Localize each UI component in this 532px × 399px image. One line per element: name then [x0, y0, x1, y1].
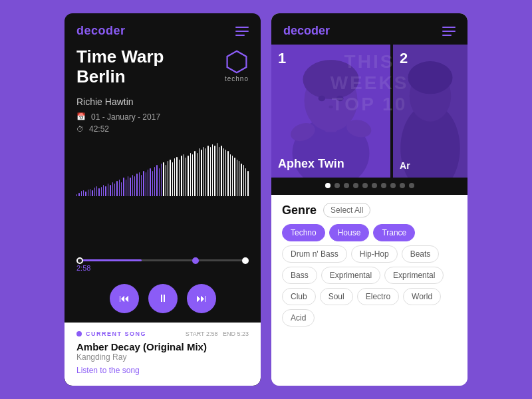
waveform-bar [143, 171, 144, 196]
waveform-bar [139, 172, 140, 196]
waveform-bar [194, 151, 195, 196]
dot-9[interactable] [400, 183, 405, 188]
waveform-bar [114, 184, 115, 196]
waveform-bar [96, 186, 97, 196]
cs-link[interactable]: Listen to the song [76, 366, 249, 375]
genre-tag-2[interactable]: Trance [373, 224, 415, 241]
waveform-bar [172, 162, 173, 196]
genre-tag-13[interactable]: Acid [282, 309, 315, 327]
waveform-bar [174, 158, 175, 196]
waveform-bar [88, 190, 88, 196]
waveform-bar [234, 158, 235, 196]
genre-tag-10[interactable]: Soul [320, 288, 353, 305]
artist-card-1[interactable]: 1 Aphex Twin [271, 45, 390, 178]
waveform-bar [201, 150, 201, 196]
waveform-bar [170, 160, 170, 196]
forward-button[interactable]: ⏭ [187, 284, 216, 313]
track-info: Time Warp Berlin techno [65, 45, 261, 94]
waveform-bar [98, 188, 99, 196]
progress-track[interactable] [76, 259, 249, 261]
waveform-bar [78, 193, 79, 196]
dot-4[interactable] [353, 183, 358, 188]
waveform-bar [223, 148, 224, 196]
clock-icon: ⏱ [76, 125, 84, 133]
select-all-button[interactable]: Select All [323, 203, 370, 217]
waveform-bar [214, 146, 215, 196]
cs-times: START 2:58 END 5:23 [186, 331, 249, 337]
progress-area[interactable]: 2:58 [65, 254, 261, 277]
waveform-bar [203, 147, 204, 196]
pause-button[interactable]: ⏸ [148, 284, 178, 313]
end-dot [242, 257, 249, 264]
genre-tag-11[interactable]: Electro [357, 288, 399, 305]
waveform-bar [176, 157, 177, 196]
top10-section: THIS WEEKS TOP 10 [271, 45, 467, 178]
genre-tag-3[interactable]: Drum n' Bass [282, 245, 347, 263]
dot-10[interactable] [409, 183, 414, 188]
waveform-bar [94, 188, 95, 196]
dot-8[interactable] [390, 183, 396, 188]
dot-1[interactable] [325, 183, 331, 188]
waveform-bar [188, 156, 188, 196]
genre-tag-6[interactable]: Bass [282, 267, 317, 284]
cs-label: CURRENT SONG [86, 331, 146, 337]
cs-artist: Kangding Ray [76, 352, 249, 362]
playback-controls: ⏮ ⏸ ⏭ [65, 277, 261, 323]
rank-1: 1 [278, 50, 286, 67]
artist-cards: 1 Aphex Twin 2 Ar [271, 45, 467, 178]
waveform-bar [112, 182, 113, 196]
waveform-bar [166, 165, 166, 196]
cs-header: CURRENT SONG START 2:58 END 5:23 [76, 331, 249, 337]
waveform-bar [212, 144, 213, 196]
waveform-bar [148, 170, 148, 196]
waveform-bar [181, 156, 182, 196]
artist-card-2[interactable]: 2 Ar [393, 45, 467, 178]
waveform-bar [136, 174, 137, 196]
waveform-bar [134, 176, 135, 196]
dot-5[interactable] [362, 183, 368, 188]
waveform-bar [227, 151, 228, 196]
rewind-button[interactable]: ⏮ [110, 284, 139, 313]
waveform-bar [116, 181, 117, 196]
waveform-bar [152, 171, 153, 196]
genre-tag-12[interactable]: World [403, 288, 441, 305]
duration-label: 42:52 [89, 124, 109, 134]
genre-tag-4[interactable]: Hip-Hop [351, 245, 398, 263]
waveform-bar [146, 172, 146, 196]
genre-tag-5[interactable]: Beats [402, 245, 440, 263]
waveform-bar [90, 189, 90, 196]
dot-2[interactable] [334, 183, 340, 188]
progress-dots [76, 257, 249, 264]
genre-tag-8[interactable]: Exprimental [384, 267, 444, 284]
genre-tags: TechnoHouseTranceDrum n' BassHip-HopBeat… [282, 224, 457, 327]
waveform-bar [154, 167, 155, 196]
cs-dot [76, 331, 82, 336]
right-header: decoder [271, 13, 467, 45]
waveform-bar [217, 143, 217, 196]
cs-song-title: Amber Decay (Original Mix) [76, 341, 249, 352]
waveform-bar [128, 176, 128, 196]
dot-3[interactable] [344, 183, 349, 188]
start-dot [76, 257, 83, 264]
dot-7[interactable] [381, 183, 386, 188]
waveform-bar [108, 184, 108, 196]
waveform-bar [159, 168, 160, 196]
waveform-bar [168, 161, 168, 196]
artist-name: Richie Hawtin [65, 94, 261, 112]
genre-tag-0[interactable]: Techno [282, 224, 325, 241]
waveform-bar [163, 162, 164, 196]
right-menu-icon[interactable] [442, 27, 456, 36]
waveform-bar [132, 175, 133, 196]
genre-tag-9[interactable]: Club [282, 288, 316, 305]
waveform-bar [237, 160, 237, 196]
waveform-bar [130, 178, 130, 196]
cs-label-row: CURRENT SONG [76, 331, 146, 337]
genre-header: Genre Select All [282, 203, 457, 217]
waveform-bar [210, 147, 211, 196]
genre-tag-7[interactable]: Exprimental [321, 267, 380, 284]
right-logo: decoder [283, 24, 330, 38]
menu-icon[interactable] [235, 27, 249, 36]
left-header: decoder [65, 13, 261, 45]
genre-tag-1[interactable]: House [329, 224, 370, 241]
dot-6[interactable] [372, 183, 377, 188]
